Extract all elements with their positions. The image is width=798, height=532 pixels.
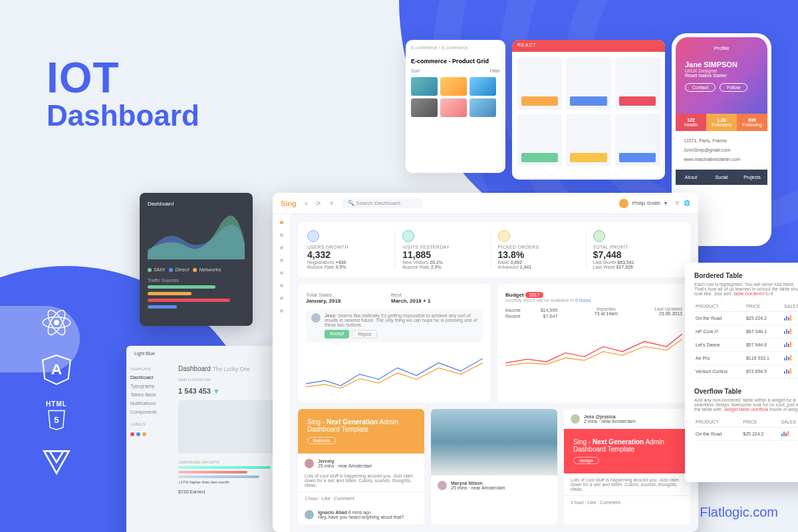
chip-features[interactable]: features	[307, 437, 336, 444]
vue-icon	[40, 446, 73, 479]
menu-icon[interactable]: ≡	[305, 200, 308, 207]
react-icon	[40, 306, 73, 339]
accept-button[interactable]: Accept	[325, 330, 349, 338]
product-thumb[interactable]	[440, 98, 467, 117]
reject-button[interactable]: Reject	[352, 330, 377, 338]
follow-button[interactable]: Follow	[720, 83, 747, 92]
preview-table-card: Bordered Table Each row is highlighted. …	[685, 263, 798, 482]
table-title: Bordered Table	[694, 272, 798, 279]
preview-ecommerce-grid: E-commerce › E-commerce E-commerce - Pro…	[406, 40, 505, 173]
table-row: Let's Dance$57 944.6	[694, 338, 798, 352]
table-row: HP Core i7$87 346.1	[694, 325, 798, 338]
rail-item[interactable]	[280, 271, 283, 275]
kpi-visits: VISITS YESTERDAY 11,885 New Visitors 20.…	[402, 230, 491, 269]
svg-marker-9	[50, 451, 64, 462]
gear-icon[interactable]: ⚙	[675, 200, 680, 206]
page-title: IOT Dashboard	[47, 53, 200, 132]
rail-item[interactable]	[280, 246, 283, 249]
widget	[566, 114, 610, 166]
sidebar-item[interactable]: Notifications	[130, 399, 169, 408]
html5-icon: HTML 5	[40, 399, 73, 432]
rail-item[interactable]	[280, 309, 283, 313]
rail-item[interactable]	[280, 221, 283, 224]
budget-panel: Budget 2017 monthly report will be avail…	[497, 284, 690, 402]
lb-sidebar: TEMPLATE Dashboard Typography Tables Bas…	[126, 361, 173, 498]
table-row: Air Pro$118 533.1	[694, 352, 798, 365]
sidebar-item[interactable]: Components	[130, 408, 169, 416]
kpi-profit: TOTAL PROFIT $7,448 Last Month $83,541 L…	[593, 230, 681, 269]
sort-button[interactable]: Sort	[411, 68, 420, 73]
rail-item[interactable]	[280, 297, 283, 300]
globe-icon[interactable]: 🌐	[684, 200, 690, 206]
kpi-row: USERS GROWTH 4,332 Registrations +830 Bo…	[298, 222, 690, 277]
stat-health: 122Health	[676, 114, 706, 131]
widget	[615, 114, 660, 166]
ecom-title: E-commerce - Product Grid	[411, 58, 500, 65]
sidebar-item[interactable]: Dashboard	[130, 373, 169, 382]
svg-point-0	[55, 321, 59, 325]
brand-footer: Flatlogic.com	[700, 505, 778, 520]
pin-icon	[311, 313, 321, 323]
post-card-yellow: Sing - Next Generation Admin Dashboard T…	[298, 409, 424, 525]
widget	[517, 57, 562, 110]
year-badge: 2017	[525, 292, 544, 298]
overflow-table: PRODUCTPRICESALES On the Road$25 224.2	[694, 417, 798, 441]
preview-react-dashboard: REACT	[512, 40, 665, 180]
svg-text:5: 5	[54, 414, 59, 424]
contact-button[interactable]: Contact	[685, 83, 716, 92]
headline-line1: IOT	[47, 53, 200, 102]
close-icon[interactable]: ✕	[329, 200, 334, 207]
post-image	[431, 409, 557, 475]
search-input[interactable]: 🔍 Search Dashboard	[342, 198, 422, 208]
rail-item[interactable]	[280, 284, 283, 287]
lb-brand: Light Blue	[134, 351, 155, 356]
post-card-image: Maryna Nilson25 mins · near Amsterdam	[431, 409, 557, 525]
profile-tabs: About Social Projects	[676, 170, 767, 185]
profile-stats: 122Health 1.2kFollowers 639Following	[676, 114, 767, 131]
widget	[566, 57, 610, 110]
sidebar-item[interactable]: Tables Basic	[130, 390, 169, 399]
rail-item[interactable]	[280, 259, 283, 262]
product-thumb[interactable]	[411, 77, 438, 96]
sing-logo: Sing	[281, 200, 297, 207]
sidebar-item[interactable]: Typography	[130, 382, 169, 390]
section-label: Traffic Sources	[148, 278, 245, 283]
user-menu[interactable]: Philip Smith ▾ ⚙ 🌐	[619, 199, 690, 208]
sales-chart	[306, 348, 483, 394]
filter-button[interactable]: Filter	[489, 68, 500, 73]
area-chart	[148, 213, 245, 260]
post-card-red: Jess @jessica2 mins · near Amsterdam Sin…	[564, 409, 690, 525]
breadcrumb: E-commerce › E-commerce	[411, 45, 500, 50]
product-thumb[interactable]	[411, 98, 438, 117]
react-brand: REACT	[512, 40, 542, 50]
kpi-orders: PICKED ORDERS 13.8% Basic 3,692 Advanced…	[498, 230, 587, 269]
tab-social[interactable]: Social	[706, 170, 737, 185]
bordered-table: PRODUCTPRICESALES On the Road$25 224.2 H…	[694, 301, 798, 378]
table-row: On the Road$25 224.2	[694, 428, 798, 441]
user-name: Philip Smith	[632, 200, 660, 206]
notice-box: Jess: Seems like statically it's getting…	[306, 309, 483, 342]
angular-icon: A	[40, 352, 73, 386]
rail-item[interactable]	[280, 233, 283, 237]
chart-legend: SMX Direct Networks	[148, 267, 245, 273]
user-icon	[402, 230, 414, 242]
product-thumb[interactable]	[469, 77, 496, 96]
avatar	[619, 199, 628, 208]
chevron-down-icon: ▾	[664, 200, 667, 206]
star-icon	[498, 230, 510, 242]
traffic-bars	[148, 285, 245, 309]
refresh-icon[interactable]: ⟳	[316, 200, 321, 207]
stat-following: 639Following	[737, 114, 767, 131]
profile-subtitle: React Native Starter	[685, 73, 758, 78]
total-sales-panel: Total SalesJanuary, 2018 BestMarch, 2018…	[298, 284, 491, 402]
tech-badges: A HTML 5	[40, 306, 73, 479]
product-thumb[interactable]	[440, 77, 467, 96]
chip-design[interactable]: design	[573, 457, 599, 464]
product-thumbnails	[411, 77, 500, 117]
product-thumb[interactable]	[469, 98, 496, 117]
tab-about[interactable]: About	[676, 170, 706, 185]
sing-rail	[273, 214, 290, 532]
profile-hero: Profile Jane SIMPSON UI/UX Designer Reac…	[676, 37, 767, 114]
stat-followers: 1.2kFollowers	[706, 114, 737, 131]
tab-projects[interactable]: Projects	[737, 170, 767, 185]
